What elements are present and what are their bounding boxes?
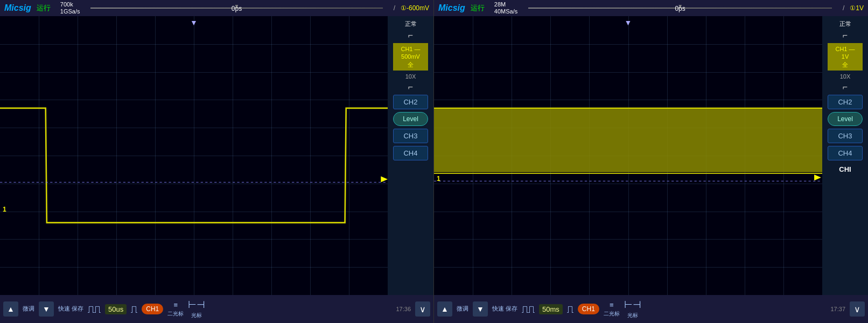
- right-trig-down-icon[interactable]: ⌐: [843, 82, 848, 92]
- left-ch1-scale: 500mV: [394, 53, 427, 60]
- right-ch1-button[interactable]: CH1 — 1V 全: [828, 43, 863, 71]
- left-time-div: 50us: [105, 304, 127, 314]
- right-run-status: 运行: [471, 3, 485, 13]
- right-quick-save-label: 快速 保存: [492, 305, 517, 312]
- left-ch1-ind-label: CH1: [146, 305, 159, 313]
- right-pulse-icon: ⎍: [567, 303, 573, 315]
- left-ch2-button[interactable]: CH2: [393, 95, 428, 109]
- left-cursor-icon: ⊢⊣: [188, 299, 205, 311]
- left-sample-rate: 1GSa/s: [60, 8, 80, 15]
- left-right-panel: 正常 ⌐ CH1 — 500mV 全 10X ⌐ CH2 Level CH3: [388, 16, 433, 295]
- right-wave-icon: ⎍⎍: [522, 303, 535, 315]
- left-ch4-label: CH4: [403, 149, 417, 157]
- left-main-area: 1 ▼ 正常 ⌐ CH1 — 500mV 全 10X ⌐ CH2 Leve: [0, 16, 433, 295]
- left-marker-1: 1: [3, 206, 6, 213]
- left-down-arrow-button[interactable]: ▼: [39, 301, 54, 317]
- right-10x-label: 10X: [840, 73, 851, 80]
- left-top-bar: Micsig 运行 700k 1GSa/s 0ps ▼ / ①-600mV: [0, 0, 433, 16]
- left-ch4-button[interactable]: CH4: [393, 146, 428, 160]
- left-level-button[interactable]: Level: [393, 112, 428, 126]
- left-freq-info: 700k 1GSa/s: [60, 1, 80, 15]
- left-fine-tune-label: 微调: [23, 305, 34, 312]
- left-cursor-button[interactable]: ⊢⊣ 光标: [188, 299, 205, 319]
- right-fine-tune-label: 微调: [457, 305, 468, 312]
- right-ch2-label: CH2: [838, 98, 852, 106]
- right-time-ruler: 0ps ▼: [677, 3, 683, 9]
- left-chevron-button[interactable]: ∨: [415, 301, 430, 317]
- right-ch1-full: 全: [829, 61, 862, 68]
- right-timestamp: 17:37: [830, 306, 845, 312]
- left-run-status: 运行: [37, 3, 51, 13]
- right-ch4-button[interactable]: CH4: [828, 146, 863, 160]
- right-chi-label: CHI: [839, 165, 851, 173]
- right-level-button[interactable]: Level: [828, 112, 863, 126]
- right-marker-1: 1: [437, 175, 440, 182]
- right-trigger-pos: ▼: [625, 18, 632, 27]
- right-sample-rate: 40MSa/s: [494, 8, 517, 15]
- left-ch1-indicator[interactable]: CH1: [142, 304, 163, 314]
- left-divider: /: [394, 4, 395, 12]
- right-cursor-button[interactable]: ⊢⊣ 光标: [624, 299, 641, 319]
- left-quick-save-label: 快速 保存: [58, 305, 83, 312]
- left-dual-cursor-button[interactable]: ≡ 二光标: [167, 301, 184, 318]
- right-dual-cursor-button[interactable]: ≡ 二光标: [604, 301, 620, 318]
- svg-marker-6: [814, 174, 821, 180]
- left-trigger-pos: ▼: [190, 18, 198, 27]
- left-ch3-button[interactable]: CH3: [393, 129, 428, 143]
- left-oscilloscope: Micsig 运行 700k 1GSa/s 0ps ▼ / ①-600mV: [0, 0, 434, 323]
- right-level-label: Level: [837, 115, 853, 123]
- left-timestamp: 17:36: [396, 306, 411, 312]
- left-trig-down-icon[interactable]: ⌐: [408, 82, 413, 92]
- left-ch1-full: 全: [394, 61, 427, 68]
- left-dual-cursor-icon: ≡: [173, 301, 178, 309]
- right-ch4-label: CH4: [838, 149, 852, 157]
- right-bottom-bar: ▲ 微调 ▼ 快速 保存 ⎍⎍ 50ms ⎍ CH1 ≡ 二光标 ⊢⊣ 光标 1…: [434, 295, 868, 323]
- right-top-bar: Micsig 运行 28M 40MSa/s 0ps ▼ / ①1V: [434, 0, 868, 16]
- left-time-ruler: 0ps ▼: [234, 3, 240, 9]
- left-brand: Micsig: [4, 3, 31, 13]
- left-up-arrow-button[interactable]: ▲: [3, 301, 18, 317]
- right-ch1-ind-label: CH1: [582, 305, 595, 313]
- left-ch1-button[interactable]: CH1 — 500mV 全: [393, 43, 428, 71]
- right-divider: /: [843, 4, 844, 12]
- right-trigger-level: ①1V: [850, 4, 864, 12]
- right-brand: Micsig: [438, 3, 465, 13]
- right-freq: 28M: [494, 1, 517, 8]
- svg-rect-2: [434, 108, 822, 172]
- right-time-offset: 0ps: [675, 5, 685, 12]
- left-pulse-icon: ⎍: [131, 303, 137, 315]
- right-ch1-label: CH1 —: [829, 45, 862, 53]
- left-bottom-bar: ▲ 微调 ▼ 快速 保存 ⎍⎍ 50us ⎍ CH1 ≡ 二光标 ⊢⊣ 光标 1…: [0, 295, 433, 323]
- right-cursor-label: 光标: [627, 312, 638, 319]
- right-trig-up-icon[interactable]: ⌐: [843, 31, 848, 40]
- left-ch1-label: CH1 —: [394, 45, 427, 53]
- left-trig-up-icon[interactable]: ⌐: [408, 31, 413, 40]
- right-ch1-indicator[interactable]: CH1: [578, 304, 599, 314]
- right-main-area: 1 ▼ 正常 ⌐ CH1 — 1V 全 10X ⌐ CH2 Level: [434, 16, 868, 295]
- left-level-label: Level: [403, 115, 418, 123]
- left-ch2-label: CH2: [403, 98, 417, 106]
- left-dual-cursor-label: 二光标: [167, 310, 184, 318]
- right-ch1-scale: 1V: [829, 53, 862, 60]
- right-oscilloscope: Micsig 运行 28M 40MSa/s 0ps ▼ / ①1V: [434, 0, 868, 323]
- right-ch3-label: CH3: [838, 132, 852, 140]
- left-normal-label: 正常: [405, 20, 417, 28]
- svg-marker-1: [381, 177, 388, 182]
- right-chevron-button[interactable]: ∨: [850, 301, 865, 317]
- right-cursor-icon: ⊢⊣: [624, 299, 641, 311]
- right-down-arrow-button[interactable]: ▼: [473, 301, 488, 317]
- right-waveform: [434, 16, 822, 295]
- left-10x-label: 10X: [405, 73, 416, 80]
- right-time-div: 50ms: [539, 304, 563, 314]
- right-dual-cursor-icon: ≡: [610, 301, 614, 309]
- left-trigger-level: ①-600mV: [401, 4, 429, 12]
- right-normal-label: 正常: [839, 20, 851, 28]
- right-freq-info: 28M 40MSa/s: [494, 1, 517, 15]
- right-screen: 1 ▼: [434, 16, 822, 295]
- left-wave-icon: ⎍⎍: [88, 303, 101, 315]
- right-ch2-button[interactable]: CH2: [828, 95, 863, 109]
- right-right-panel: 正常 ⌐ CH1 — 1V 全 10X ⌐ CH2 Level CH3: [822, 16, 868, 295]
- right-ch3-button[interactable]: CH3: [828, 129, 863, 143]
- left-freq: 700k: [60, 1, 80, 8]
- right-up-arrow-button[interactable]: ▲: [437, 301, 452, 317]
